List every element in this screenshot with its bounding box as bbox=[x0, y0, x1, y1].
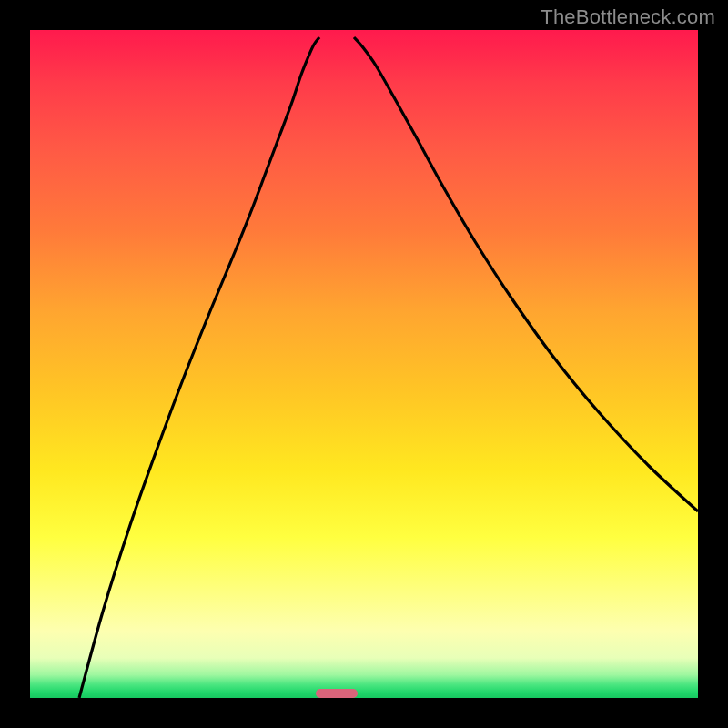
bottleneck-marker bbox=[316, 689, 358, 698]
bottleneck-curve bbox=[30, 30, 698, 698]
watermark-text: TheBottleneck.com bbox=[541, 5, 715, 29]
chart-plot-area bbox=[30, 30, 698, 698]
chart-frame: TheBottleneck.com bbox=[0, 0, 728, 728]
left-curve-path bbox=[79, 37, 319, 698]
right-curve-path bbox=[354, 37, 698, 511]
